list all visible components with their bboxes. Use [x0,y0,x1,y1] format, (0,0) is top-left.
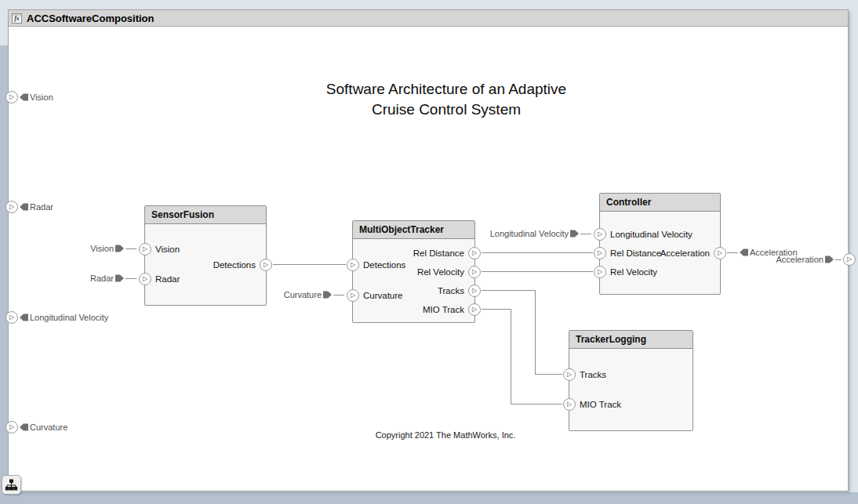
wire-stub [727,252,738,253]
signal-label-radar-text: Radar [90,274,114,283]
port-circle-icon: ▷ [5,421,18,433]
port-arrow-icon: ▷ [9,424,14,430]
component-multiobjecttracker-title: MultiObjectTracker [359,224,444,235]
port-arrow-icon: ▷ [472,250,477,256]
component-trackerlogging-header: TrackerLogging [569,331,693,349]
horizontal-scrollbar[interactable] [0,492,858,504]
port-sensorfusion-vision[interactable]: ▷ Vision [139,243,180,256]
signal-label-radar[interactable]: Radar [90,272,136,285]
port-trackerlogging-mio-track[interactable]: ▷ MIO Track [563,398,621,411]
signal-label-curvature-text: Curvature [284,290,322,299]
root-input-curvature[interactable]: ▷ Curvature [5,421,67,433]
port-controller-longitudinal-velocity[interactable]: ▷ Longitudinal Velocity [594,228,693,241]
port-circle-icon: ▷ [468,285,481,297]
root-input-radar[interactable]: ▷ Radar [5,201,53,213]
port-circle-icon: ▷ [594,228,606,241]
signal-label-acceleration[interactable]: Acceleration [727,246,798,259]
component-trackerlogging[interactable]: TrackerLogging ▷ Tracks ▷ MIO Track [569,330,693,431]
port-label: Rel Distance [610,248,661,258]
port-sensorfusion-detections[interactable]: Detections ▷ [213,259,272,271]
signal-label-vision-text: Vision [90,244,114,253]
port-circle-icon: ▷ [594,247,606,259]
architecture-fx-icon: fx [12,13,22,24]
port-arrow-icon: ▷ [567,401,572,408]
model-browser-toggle[interactable] [2,475,21,495]
wire-stub [580,234,591,234]
diagram-title: Software Architecture of an Adaptive Cru… [242,79,650,120]
wire-mio-track-seg2[interactable] [511,309,511,404]
component-sensorfusion[interactable]: SensorFusion ▷ Vision ▷ Radar Detections… [144,205,267,306]
component-controller[interactable]: Controller ▷ Longitudinal Velocity ▷ Rel… [599,193,721,295]
port-controller-rel-velocity[interactable]: ▷ Rel Velocity [594,266,657,278]
model-canvas[interactable]: fx ACCSoftwareComposition Software Archi… [8,9,849,491]
port-circle-icon: ▷ [468,303,481,316]
port-circle-icon: ▷ [714,247,726,259]
port-label: Curvature [363,291,403,300]
wire-tracks-seg3[interactable] [535,374,562,375]
port-arrow-icon: ▷ [9,204,14,210]
component-sensorfusion-header: SensorFusion [145,206,266,224]
port-mot-rel-velocity[interactable]: Rel Velocity ▷ [417,266,481,278]
port-label: Radar [155,274,180,284]
port-trackerlogging-tracks[interactable]: ▷ Tracks [563,368,606,381]
port-arrow-icon: ▷ [847,256,852,263]
port-mot-rel-distance[interactable]: Rel Distance ▷ [413,247,481,259]
wire-mio-track-seg3[interactable] [511,404,562,404]
root-input-vision-label: Vision [30,92,53,102]
signal-label-curvature[interactable]: Curvature [284,288,344,301]
port-mot-mio-track[interactable]: MIO Track ▷ [423,303,481,316]
port-mot-tracks[interactable]: Tracks ▷ [438,285,481,297]
wire-stub [835,259,842,260]
wire-detections[interactable] [273,264,346,265]
port-circle-icon: ▷ [5,311,18,324]
port-mot-curvature[interactable]: ▷ Curvature [347,289,403,302]
canvas-title: ACCSoftwareComposition [27,13,155,24]
signal-label-vision[interactable]: Vision [90,242,136,255]
port-arrow-icon: ▷ [472,306,477,313]
port-label: Vision [155,245,180,254]
port-arrow-icon: ▷ [718,250,722,256]
wire-mio-track-seg1[interactable] [482,309,511,310]
component-controller-header: Controller [600,194,720,212]
port-circle-icon: ▷ [260,259,272,271]
port-label: Acceleration [660,248,710,258]
port-arrow-icon: ▷ [598,250,602,256]
input-tag-icon [20,203,28,212]
port-sensorfusion-radar[interactable]: ▷ Radar [139,273,180,285]
wire-tracks-seg1[interactable] [482,290,535,291]
port-label: Tracks [438,286,464,296]
port-controller-rel-distance[interactable]: ▷ Rel Distance [594,247,661,259]
wire-tracks-seg2[interactable] [535,290,536,374]
port-mot-detections[interactable]: ▷ Detections [347,259,405,271]
port-arrow-icon: ▷ [351,292,355,299]
port-arrow-icon: ▷ [567,372,572,378]
port-label: MIO Track [580,400,621,409]
wire-rel-velocity[interactable] [482,271,593,272]
port-label: Longitudinal Velocity [610,230,693,239]
component-trackerlogging-title: TrackerLogging [576,334,646,345]
port-circle-icon: ▷ [139,243,151,256]
copyright-note: Copyright 2021 The MathWorks, Inc. [328,430,563,440]
root-input-curvature-label: Curvature [30,422,67,432]
wire-stub [333,295,344,296]
port-controller-acceleration[interactable]: Acceleration ▷ [660,247,726,259]
port-arrow-icon: ▷ [264,262,268,268]
hierarchy-icon [5,478,18,491]
root-input-vision[interactable]: ▷ Vision [5,91,53,103]
port-arrow-icon: ▷ [598,269,602,275]
signal-label-longitudinal-velocity[interactable]: Longitudinal Velocity [490,227,591,240]
root-input-longitudinal-velocity-label: Longitudinal Velocity [30,313,108,322]
diagram-title-line1: Software Architecture of an Adaptive [242,79,650,100]
port-circle-icon: ▷ [468,266,481,278]
port-label: Rel Velocity [417,267,464,277]
signal-label-longitudinal-velocity-text: Longitudinal Velocity [490,229,569,238]
component-multiobjecttracker-header: MultiObjectTracker [353,221,474,239]
wire-rel-distance[interactable] [482,252,593,253]
component-multiobjecttracker[interactable]: MultiObjectTracker ▷ Detections ▷ Curvat… [352,220,475,323]
root-input-longitudinal-velocity[interactable]: ▷ Longitudinal Velocity [5,311,108,324]
port-label: Rel Distance [413,248,464,258]
port-circle-icon: ▷ [139,273,151,285]
port-label: MIO Track [423,305,464,314]
signal-tag-icon [570,230,579,238]
input-tag-icon [20,314,28,322]
